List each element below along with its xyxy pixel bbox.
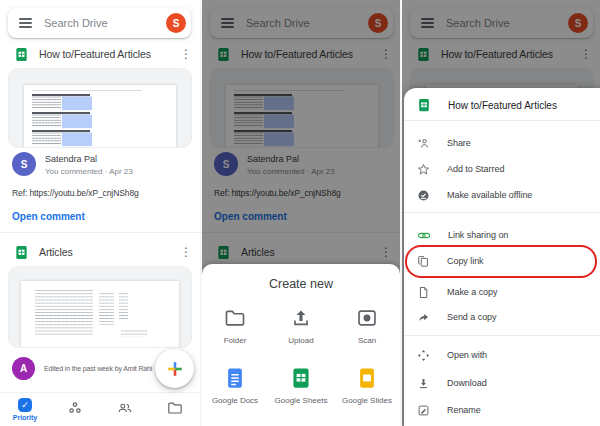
menu-item-label: Share <box>447 138 471 148</box>
create-option-label: Folder <box>224 336 247 345</box>
nav-tab-priority[interactable]: ✓ Priority <box>0 393 50 426</box>
google-docs-icon <box>224 367 246 389</box>
create-option-google-slides[interactable]: Google Slides <box>334 359 400 405</box>
edit-activity: A Edited in the past week by Amit Rahi <box>12 357 152 380</box>
more-options-icon[interactable]: ⋮ <box>177 245 195 259</box>
menu-item-label: Add to Starred <box>447 164 504 174</box>
page-icon <box>417 286 430 299</box>
edit-activity-text: Edited in the past week by Amit Rahi <box>44 365 152 372</box>
sheets-file-icon <box>14 245 29 260</box>
sheets-file-icon <box>14 47 29 62</box>
editor-avatar: A <box>12 357 35 380</box>
priority-check-icon: ✓ <box>18 398 32 412</box>
divider <box>404 120 600 121</box>
menu-item-label: Make a copy <box>447 287 497 297</box>
star-icon <box>417 163 430 176</box>
plus-icon <box>164 358 186 380</box>
create-fab[interactable] <box>155 349 194 388</box>
menu-item-download[interactable]: Download <box>404 370 600 396</box>
file-preview-1[interactable] <box>8 68 192 148</box>
create-option-google-sheets[interactable]: Google Sheets <box>268 359 334 405</box>
google-sheets-icon <box>290 367 312 389</box>
menu-item-label: Link sharing on <box>448 230 508 240</box>
comment-text: Ref: https://youtu.be/xP_cnjNSh8g <box>12 188 139 198</box>
divider <box>0 232 200 233</box>
file-title: How to/Featured Articles <box>39 48 177 60</box>
file-card-header-1[interactable]: How to/Featured Articles ⋮ <box>14 45 195 63</box>
menu-item-label: Download <box>447 378 487 388</box>
menu-item-make-available-offline[interactable]: Make available offline <box>404 182 600 208</box>
document-thumbnail <box>21 281 179 347</box>
open-with-icon <box>417 349 430 362</box>
create-option-label: Google Slides <box>342 396 392 405</box>
file-title: Articles <box>39 246 177 258</box>
context-menu-title: How to/Featured Articles <box>448 100 557 111</box>
create-option-label: Google Docs <box>212 396 258 405</box>
file-preview-2[interactable] <box>8 266 192 348</box>
comment-meta: You commented · Apr 23 <box>45 167 133 176</box>
nav-tab-workspaces[interactable] <box>50 393 100 426</box>
create-option-upload[interactable]: Upload <box>268 299 334 345</box>
panel-context-menu: Search Drive S How to/Featured Articles … <box>400 0 600 426</box>
menu-item-link-sharing-on[interactable]: Link sharing on <box>404 222 600 248</box>
offline-pin-icon <box>417 189 430 202</box>
context-menu-header: How to/Featured Articles <box>404 92 600 118</box>
create-option-label: Scan <box>358 336 376 345</box>
more-options-icon[interactable]: ⋮ <box>177 47 195 61</box>
create-option-google-docs[interactable]: Google Docs <box>202 359 268 405</box>
folder-icon <box>224 307 246 329</box>
link-icon <box>417 229 431 242</box>
menu-item-rename[interactable]: Rename <box>404 397 600 423</box>
workspaces-icon <box>67 400 83 416</box>
menu-item-open-with[interactable]: Open with <box>404 342 600 368</box>
menu-item-label: Send a copy <box>447 312 497 322</box>
panel-create-new: Search Drive S How to/Featured Articles … <box>200 0 400 426</box>
rename-icon <box>417 404 430 417</box>
file-card-header-2[interactable]: Articles ⋮ <box>14 243 195 261</box>
commenter-name: Satendra Pal <box>45 154 133 164</box>
scan-icon <box>356 307 378 329</box>
upload-icon <box>290 307 312 329</box>
menu-item-copy-link[interactable]: Copy link <box>404 248 600 274</box>
account-avatar[interactable]: S <box>166 13 186 33</box>
people-icon <box>117 400 133 416</box>
create-option-label: Upload <box>288 336 313 345</box>
comment-activity[interactable]: S Satendra Pal You commented · Apr 23 <box>12 152 133 176</box>
menu-icon[interactable] <box>19 18 32 28</box>
create-option-label: Google Sheets <box>275 396 328 405</box>
menu-item-send-a-copy[interactable]: Send a copy <box>404 304 600 330</box>
commenter-avatar: S <box>12 152 36 176</box>
create-option-scan[interactable]: Scan <box>334 299 400 345</box>
menu-item-label: Rename <box>447 405 481 415</box>
nav-tab-files[interactable] <box>150 393 200 426</box>
menu-item-share[interactable]: Share <box>404 130 600 156</box>
menu-item-add-to-starred[interactable]: Add to Starred <box>404 156 600 182</box>
tutorial-composite: Search Drive S How to/Featured Articles … <box>0 0 600 426</box>
google-slides-icon <box>356 367 378 389</box>
person-add-icon <box>417 137 430 150</box>
document-thumbnail <box>24 85 176 148</box>
file-context-menu: How to/Featured Articles Share Add to St… <box>404 88 600 426</box>
create-new-title: Create new <box>202 277 400 291</box>
folder-icon <box>167 400 183 416</box>
nav-tab-shared[interactable] <box>100 393 150 426</box>
create-new-grid: Folder Upload Scan Google Docs Google Sh… <box>202 299 400 405</box>
divider <box>404 212 600 213</box>
open-comment-link[interactable]: Open comment <box>12 211 85 222</box>
menu-item-label: Make available offline <box>447 190 532 200</box>
create-new-sheet: Create new Folder Upload Scan Google Doc… <box>202 264 400 426</box>
copy-icon <box>417 255 430 268</box>
search-input[interactable]: Search Drive <box>44 17 166 29</box>
create-option-folder[interactable]: Folder <box>202 299 268 345</box>
divider <box>404 335 600 336</box>
menu-item-label: Open with <box>447 350 487 360</box>
nav-label-priority: Priority <box>13 414 38 421</box>
sheets-file-icon <box>417 98 431 112</box>
menu-item-label: Copy link <box>447 256 484 266</box>
panel-drive-home: Search Drive S How to/Featured Articles … <box>0 0 200 426</box>
menu-item-make-a-copy[interactable]: Make a copy <box>404 279 600 305</box>
search-bar[interactable]: Search Drive S <box>8 8 191 38</box>
send-icon <box>417 311 430 324</box>
bottom-navigation: ✓ Priority <box>0 392 200 426</box>
download-icon <box>417 377 430 390</box>
